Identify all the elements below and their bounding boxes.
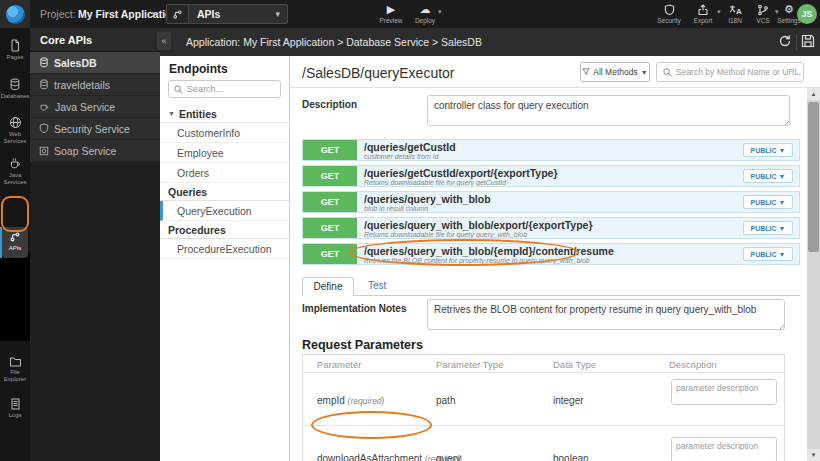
sidebar-item-databases[interactable]: Databases: [0, 78, 30, 100]
endpoints-panel: Endpoints ▼ Entities CustomerInfo Employ…: [160, 56, 290, 461]
coffee-icon: [39, 101, 50, 112]
sidebar-item-apis[interactable]: APIs: [0, 231, 30, 252]
get-method-badge[interactable]: GET: [303, 140, 357, 160]
user-avatar[interactable]: JS: [797, 4, 817, 24]
resize-handle[interactable]: [782, 118, 789, 125]
description-label: Description: [302, 99, 357, 110]
scroll-down-button[interactable]: ▼: [807, 449, 820, 461]
visibility-dropdown[interactable]: PUBLIC▼: [743, 221, 793, 235]
coffee-icon: [9, 157, 22, 170]
search-icon: [174, 85, 183, 94]
tab-bar: [302, 295, 800, 296]
rail-spacer: [0, 253, 30, 341]
visibility-dropdown[interactable]: PUBLIC▼: [743, 169, 793, 183]
project-label: Project:: [40, 8, 76, 20]
module-dropdown[interactable]: APIs ▾: [166, 4, 288, 24]
refresh-button[interactable]: [778, 34, 792, 52]
section-queries[interactable]: Queries: [160, 183, 289, 201]
export-button[interactable]: Export ▾: [686, 3, 720, 24]
endpoint-link[interactable]: /queries/query_with_blob blob in result …: [357, 192, 743, 212]
endpoints-title: Endpoints: [169, 62, 228, 76]
deploy-button[interactable]: ☁ Deploy ▾: [408, 3, 442, 24]
sidebar-item-pages[interactable]: Pages: [0, 39, 30, 61]
core-api-item-java-service[interactable]: Java Service: [30, 96, 160, 118]
description-textarea[interactable]: controller class for query execution: [427, 95, 790, 126]
core-api-item-security-service[interactable]: Security Service: [30, 118, 160, 140]
shield-icon: [39, 123, 49, 134]
core-api-item-traveldetails[interactable]: traveldetails: [30, 74, 160, 96]
core-api-item-salesdb[interactable]: SalesDB: [30, 52, 160, 74]
project-name: My First Application: [78, 8, 178, 20]
tab-test[interactable]: Test: [368, 280, 386, 291]
get-method-badge[interactable]: GET: [303, 192, 357, 212]
sidebar-item-file-explorer[interactable]: File Explorer: [0, 356, 30, 382]
refresh-icon: [778, 34, 792, 48]
method-search[interactable]: [656, 62, 804, 82]
get-method-badge[interactable]: GET: [303, 244, 357, 264]
play-icon: ▶: [374, 3, 408, 16]
chevron-down-icon: ▾: [275, 9, 280, 19]
endpoint-item-employee[interactable]: Employee: [160, 143, 289, 163]
top-bar: Project: My First Application › APIs ▾ ▶…: [0, 0, 820, 28]
endpoint-link[interactable]: /queries/query_with_blob/export/{exportT…: [357, 218, 743, 238]
endpoint-item-queryexecution[interactable]: QueryExecution: [160, 201, 289, 221]
sidebar-item-logs[interactable]: Logs: [0, 398, 30, 419]
request-params-table: Parameter Parameter Type Data Type Descr…: [302, 354, 785, 461]
save-button[interactable]: [801, 34, 815, 52]
caret-down-icon: ▼: [779, 199, 786, 206]
left-rail: Pages Databases Web Services Java Servic…: [0, 28, 30, 461]
endpoint-link[interactable]: /queries/getCustId customer details from…: [357, 140, 743, 160]
save-icon: [801, 34, 815, 48]
scrollbar[interactable]: ▲ ▼: [807, 88, 820, 461]
chevron-right-icon: ›: [151, 7, 155, 21]
endpoint-item-orders[interactable]: Orders: [160, 163, 289, 183]
preview-button[interactable]: ▶ Preview: [374, 3, 408, 24]
soap-icon: [39, 146, 49, 156]
methods-filter-dropdown[interactable]: All Methods ▼: [580, 62, 650, 82]
caret-down-icon: ▼: [779, 251, 786, 258]
resize-handle[interactable]: [777, 322, 784, 329]
get-method-badge[interactable]: GET: [303, 166, 357, 186]
param-type: path: [436, 395, 455, 406]
visibility-dropdown[interactable]: PUBLIC▼: [743, 195, 793, 209]
impl-notes-label: Implementation Notes: [302, 303, 406, 314]
cloud-upload-icon: ☁: [408, 3, 442, 16]
scrollbar-thumb[interactable]: [808, 102, 819, 252]
app-logo[interactable]: [0, 0, 30, 28]
core-apis-title: Core APIs: [30, 28, 160, 52]
endpoint-row: GET /queries/getCustId/export/{exportTyp…: [302, 165, 800, 187]
method-search-input[interactable]: [676, 67, 801, 77]
page-title: /SalesDB/queryExecutor: [302, 65, 455, 81]
security-button[interactable]: Security: [652, 3, 686, 24]
main-content: /SalesDB/queryExecutor All Methods ▼ Des…: [290, 56, 820, 461]
caret-down-icon: ▼: [641, 69, 648, 76]
scroll-up-button[interactable]: ▲: [807, 88, 820, 100]
tab-define[interactable]: Define: [302, 277, 354, 296]
col-header-description: Description: [669, 359, 717, 370]
section-entities[interactable]: ▼ Entities: [160, 105, 289, 123]
core-api-item-soap-service[interactable]: Soap Service: [30, 140, 160, 162]
visibility-dropdown[interactable]: PUBLIC▼: [743, 247, 793, 261]
chevron-down-icon: ▾: [438, 8, 442, 16]
param-description-textarea[interactable]: [671, 379, 777, 405]
collapse-panel-button[interactable]: «: [157, 32, 171, 50]
param-description-textarea[interactable]: [671, 437, 777, 461]
endpoint-link[interactable]: /queries/getCustId/export/{exportType} R…: [357, 166, 743, 186]
search-icon: [663, 68, 672, 77]
sidebar-item-java-services[interactable]: Java Services: [0, 157, 30, 185]
endpoint-link[interactable]: /queries/query_with_blob/{empId}/content…: [357, 244, 743, 264]
database-icon: [39, 57, 49, 68]
caret-down-icon: ▼: [779, 225, 786, 232]
section-procedures[interactable]: Procedures: [160, 221, 289, 239]
endpoints-search-input[interactable]: [187, 84, 272, 94]
svg-text:A: A: [736, 7, 742, 16]
visibility-dropdown[interactable]: PUBLIC▼: [743, 143, 793, 157]
get-method-badge[interactable]: GET: [303, 218, 357, 238]
divider: [303, 372, 786, 373]
endpoint-item-procedureexecution[interactable]: ProcedureExecution: [160, 239, 289, 259]
sidebar-item-web-services[interactable]: Web Services: [0, 116, 30, 144]
endpoints-search[interactable]: [168, 80, 281, 98]
wavemaker-logo-icon: [6, 5, 25, 24]
endpoint-item-customerinfo[interactable]: CustomerInfo: [160, 123, 289, 143]
impl-notes-textarea[interactable]: Retrives the BLOB content for property r…: [427, 299, 785, 330]
